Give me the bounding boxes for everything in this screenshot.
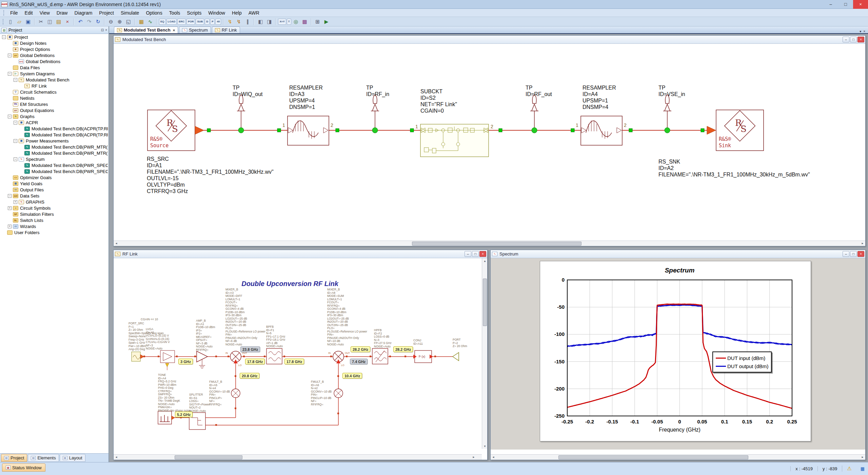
tree-item-circuit-schematics[interactable]: ▽Circuit Schematics	[0, 89, 108, 95]
tree-item-graphs[interactable]: +∿GRAPHS	[0, 199, 108, 205]
tp-rf-in-label[interactable]: TP ID=RF_in	[366, 84, 389, 97]
rflink-minimize-button[interactable]: –	[465, 251, 471, 257]
rs-src-params[interactable]: RS_SRC ID=A1 FILENAME=".\NR-TM3_1_FR1_10…	[147, 156, 274, 194]
toolbar-refresh-icon[interactable]: ↻	[94, 18, 102, 25]
tree-item-circuit-symbols[interactable]: +≡Circuit Symbols	[0, 205, 108, 211]
toolbar-variable-browser-button[interactable]: X=Y	[278, 19, 286, 25]
amp-params[interactable]: AMP_B ID=A1 P1DB=10 dBm IP3= IP2= MEASRE…	[196, 319, 215, 352]
splitter-params[interactable]: SPLITTER ID=S1 LOSS= SIGTYP=Power NOUT=2…	[189, 393, 210, 413]
tp-rf-out-label[interactable]: TP ID=RF_out	[526, 84, 552, 97]
toolbar-substrate-button[interactable]: SUB	[196, 19, 204, 25]
toolbar-tile-windows-icon[interactable]: ◧	[256, 18, 264, 25]
tree-item-em-structures[interactable]: ∇EEM Structures	[0, 101, 108, 107]
menu-scripts[interactable]: Scripts	[183, 9, 205, 17]
tree-item-simulation-filters[interactable]: SFSimulation Filters	[0, 211, 108, 217]
warning-icon[interactable]: ⚠	[842, 466, 856, 472]
tp-vse-in-label[interactable]: TP ID=VSE_in	[658, 84, 685, 97]
tree-item-power-measurements[interactable]: −▦Power Measurements	[0, 138, 108, 144]
app-close-button[interactable]: ×	[853, 0, 868, 9]
tree-item-system-diagrams[interactable]: −▷System Diagrams	[0, 71, 108, 77]
menu-awr[interactable]: AWR	[245, 9, 263, 17]
tree-item-modulated-test-bench-db-pwr-mtr-ti[interactable]: ∿Modulated Test Bench:DB(PWR_MTR(TI	[0, 150, 108, 156]
chart-legend[interactable]: DUT input (dBm)DUT output (dBm)	[712, 352, 772, 373]
toolbar-zoom-in-icon[interactable]: ⊕	[116, 18, 124, 25]
app-minimize-button[interactable]: –	[823, 0, 838, 9]
freq-callout[interactable]: 10.4 GHz	[342, 373, 362, 379]
tree-item-acpr[interactable]: −▦ACPR	[0, 119, 108, 126]
tree-expander[interactable]: +	[8, 225, 12, 228]
toolbar-load-pull-button[interactable]: LOAD	[166, 19, 177, 25]
lvga-params[interactable]: LVGA ID=A2 VCVALS=(0,15) V GAINVALS=(0,1…	[146, 328, 170, 350]
tree-expander[interactable]: +	[14, 200, 17, 204]
spectrum-canvas[interactable]: Spectrum -0.25-0.2-0.15-0.1-0.0500.050.1…	[491, 258, 865, 450]
bench-hscrollbar[interactable]: ◄ ►	[114, 241, 865, 246]
toolbar-rules-check-button[interactable]: ERC	[177, 19, 186, 25]
spectrum-minimize-button[interactable]: –	[843, 251, 849, 257]
tree-item-modulated-test-bench-db-pwr-mtr-ti[interactable]: ∿Modulated Test Bench:DB(PWR_MTR(TI	[0, 144, 108, 150]
tree-item-project-options[interactable]: ◈Project Options	[0, 46, 108, 52]
rflink-hscrollbar[interactable]: ◄ ►	[114, 454, 482, 460]
toolbar-analyze-all-icon[interactable]: ↯	[235, 18, 243, 25]
tree-expander[interactable]: −	[8, 115, 12, 118]
tab-close-button[interactable]: ×	[863, 30, 865, 33]
fmult1-params[interactable]: FMULT_B ID=A5 N=x4 GCONV=-10 dB PIN= PIN…	[209, 380, 230, 406]
status-window-tab[interactable]: ▦ Status Window	[2, 463, 45, 472]
toolbar-save-project-icon[interactable]: ▣	[24, 18, 32, 25]
toolbar-redo-icon[interactable]: ↷	[85, 18, 93, 25]
tree-item-netlists[interactable]: Netlists	[0, 95, 108, 101]
rflink-canvas[interactable]: Double Upconversion RF Link CGAIN << 10 …	[114, 258, 482, 449]
tree-item-modulated-test-bench-db-acpr-tp-rf-[interactable]: ∿Modulated Test Bench:DB(ACPR(TP.RF_	[0, 132, 108, 138]
tree-item-modulated-test-bench-db-pwr-spec-t[interactable]: ∿Modulated Test Bench:DB(PWR_SPEC(T	[0, 168, 108, 174]
subckt-rf-link-label[interactable]: SUBCKT ID=S2 NET="RF Link" CGAIN=0	[420, 88, 457, 114]
menubar-grip[interactable]	[3, 10, 5, 16]
tree-expander[interactable]: +	[8, 206, 12, 210]
tree-item-yield-goals[interactable]: ▤Yield Goals	[0, 180, 108, 187]
toolbar-grid-size-button[interactable]: 40	[215, 19, 221, 25]
toolbar-run-icon[interactable]: ▶	[322, 18, 331, 25]
freq-callout[interactable]: 3 GHz	[178, 359, 193, 364]
toolbar-analyze-icon[interactable]: ↯	[226, 18, 234, 25]
panel-tab-project[interactable]: ▤Project	[1, 454, 27, 462]
tab-close-icon[interactable]: ×	[173, 28, 175, 32]
toolbar-new-project-icon[interactable]: ▯	[6, 18, 15, 25]
toolbar-ports-button[interactable]: POR	[186, 19, 195, 25]
fmult2-params[interactable]: FMULT_B ID=A6 N=x2 GCONV=-10 dB PIN= PIN…	[311, 380, 332, 406]
toolbar-grip[interactable]	[3, 19, 4, 24]
freq-callout[interactable]: 5.2 GHz	[175, 412, 193, 417]
tree-item-design-notes[interactable]: ▦Design Notes	[0, 40, 108, 46]
tree-expander[interactable]: −	[14, 121, 17, 125]
tone-params[interactable]: TONE ID=A4 FRQ=5.2 GHz PWR=10 dBm PHS=0 …	[158, 374, 191, 412]
menu-view[interactable]: View	[36, 9, 53, 17]
toolbar-open-project-icon[interactable]: ▱	[15, 18, 23, 25]
freq-callout[interactable]: 20.8 GHz	[240, 373, 259, 379]
tree-expander[interactable]: −	[8, 72, 12, 76]
rflink-close-button[interactable]: ×	[479, 251, 486, 257]
tree-expander[interactable]: −	[8, 194, 12, 198]
spectrum-maximize-button[interactable]: □	[850, 251, 857, 257]
tree-item-switch-lists[interactable]: SLSwitch Lists	[0, 217, 108, 223]
panel-tab-elements[interactable]: ▤Elements	[28, 454, 59, 462]
rflink-vscrollbar[interactable]: ▲ ▼	[482, 258, 487, 449]
bench-canvas[interactable]: TP ID=WIQ_out RESAMPLER ID=A3 UPSMP=4 DN…	[114, 44, 865, 235]
bench-maximize-button[interactable]: □	[850, 37, 857, 42]
tree-item-optimizer-goals[interactable]: <>Optimizer Goals	[0, 174, 108, 180]
rflink-window-titlebar[interactable]: ∿ RF Link – □ ×	[114, 250, 487, 258]
tree-item-modulated-test-bench-db-acpr-tp-rf-[interactable]: ∿Modulated Test Bench:DB(ACPR(TP.RF_	[0, 126, 108, 132]
toolbar-cut-icon[interactable]: ✂	[37, 18, 45, 25]
menu-file[interactable]: File	[7, 9, 21, 17]
tree-item-data-files[interactable]: Data Files	[0, 64, 108, 71]
menu-tools[interactable]: Tools	[166, 9, 184, 17]
toolbar-undo-icon[interactable]: ↶	[76, 18, 84, 25]
tree-item-modulated-test-bench[interactable]: −∿Modulated Test Bench	[0, 77, 108, 83]
freq-callout-selected[interactable]: 23.8 GHz	[240, 346, 260, 352]
toolbar-tuner-icon[interactable]: ◎	[292, 18, 300, 25]
toolbar-param-button[interactable]: P	[210, 19, 215, 25]
spectrum-window-titlebar[interactable]: ∿ Spectrum – □ ×	[491, 250, 865, 258]
tp-wiq-out-label[interactable]: TP ID=WIQ_out	[233, 84, 262, 97]
app-maximize-button[interactable]: □	[838, 0, 853, 9]
tab-rf-link[interactable]: ∿RF Link	[212, 26, 240, 33]
panel-tab-layout[interactable]: ▤Layout	[60, 454, 85, 462]
toolbar-new-schematic-icon[interactable]: ▦	[137, 18, 145, 25]
freq-callout[interactable]: 28.2 GHz	[351, 346, 370, 352]
tree-expander[interactable]: −	[14, 157, 17, 161]
